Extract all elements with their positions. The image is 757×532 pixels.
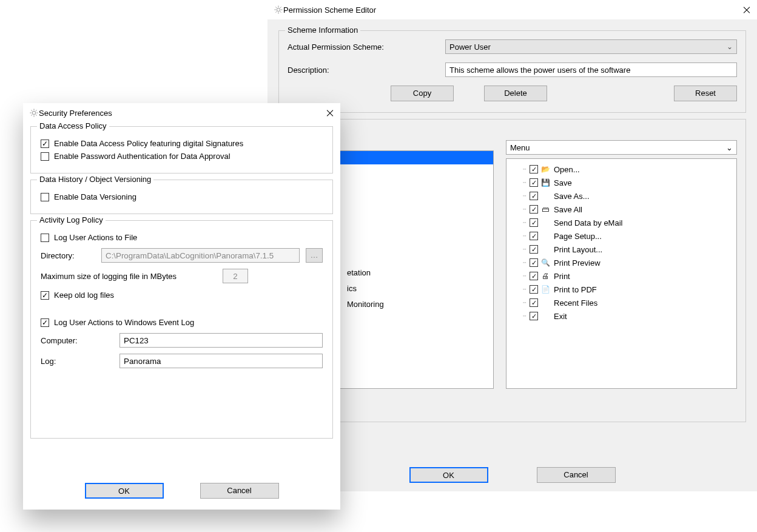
tree-connector-icon: ╌ bbox=[521, 180, 527, 186]
enable-password-label: Enable Password Authentication for Data … bbox=[54, 152, 230, 161]
tree-item[interactable]: ╌✓📂Open... bbox=[521, 163, 734, 176]
tree-item-label: Save bbox=[554, 178, 572, 187]
tree-item-checkbox[interactable]: ✓ bbox=[530, 272, 538, 280]
svg-line-7 bbox=[275, 12, 277, 13]
tree-connector-icon: ╌ bbox=[521, 233, 527, 239]
activity-log-legend: Activity Log Policy bbox=[37, 215, 106, 224]
permission-management-group: gement Menu ⌄ ╌✓📂Open...╌✓💾Save╌✓Save As… bbox=[278, 119, 746, 422]
ok-button[interactable]: OK bbox=[85, 483, 164, 499]
tree-item-label: Page Setup... bbox=[554, 232, 602, 241]
tree-item-checkbox[interactable]: ✓ bbox=[530, 232, 538, 240]
browse-button[interactable]: … bbox=[306, 248, 323, 263]
desc-input[interactable]: This scheme allows the power users of th… bbox=[445, 62, 737, 77]
cancel-button[interactable]: Cancel bbox=[537, 467, 616, 483]
scheme-titlebar: Permission Scheme Editor bbox=[267, 0, 757, 19]
menu-combo-value: Menu bbox=[510, 143, 530, 152]
tree-item-icon: 🔍 bbox=[540, 258, 550, 268]
scheme-info-group: Scheme Information Actual Permission Sch… bbox=[278, 30, 746, 113]
tree-connector-icon: ╌ bbox=[521, 206, 527, 212]
svg-line-17 bbox=[36, 110, 37, 111]
tree-connector-icon: ╌ bbox=[521, 220, 527, 226]
directory-label: Directory: bbox=[41, 251, 95, 260]
cancel-button[interactable]: Cancel bbox=[200, 483, 279, 499]
tree-item[interactable]: ╌✓Recent Files bbox=[521, 296, 734, 309]
tree-item[interactable]: ╌✓🔍Print Preview bbox=[521, 256, 734, 269]
tree-connector-icon: ╌ bbox=[521, 166, 527, 172]
log-eventlog-checkbox[interactable] bbox=[41, 318, 49, 327]
tree-item-checkbox[interactable]: ✓ bbox=[530, 165, 538, 173]
tree-connector-icon: ╌ bbox=[521, 273, 527, 279]
tree-item-label: Exit bbox=[554, 312, 567, 321]
close-icon[interactable] bbox=[742, 5, 751, 14]
close-icon[interactable] bbox=[326, 109, 334, 117]
versioning-group: Data History / Object Versioning Enable … bbox=[30, 180, 333, 214]
max-size-input[interactable] bbox=[223, 269, 248, 283]
tree-item[interactable]: ╌✓💾Save bbox=[521, 176, 734, 189]
tree-item[interactable]: ╌✓Page Setup... bbox=[521, 229, 734, 243]
tree-item-label: Save All bbox=[554, 205, 582, 214]
tree-connector-icon: ╌ bbox=[521, 286, 527, 292]
keep-old-logs-checkbox[interactable] bbox=[41, 291, 49, 300]
actual-scheme-value: Power User bbox=[449, 42, 491, 52]
tree-item[interactable]: ╌✓🖨Print bbox=[521, 269, 734, 283]
tree-item-icon bbox=[540, 191, 550, 201]
security-titlebar: Security Preferences bbox=[23, 103, 340, 123]
enable-dap-checkbox[interactable] bbox=[41, 140, 49, 148]
tree-item[interactable]: ╌✓🗃Save All bbox=[521, 203, 734, 216]
tree-item-checkbox[interactable]: ✓ bbox=[530, 205, 538, 214]
tree-item[interactable]: ╌✓Print Layout... bbox=[521, 243, 734, 256]
permission-tree[interactable]: ╌✓📂Open...╌✓💾Save╌✓Save As...╌✓🗃Save All… bbox=[506, 158, 737, 389]
tree-item[interactable]: ╌✓Send Data by eMail bbox=[521, 216, 734, 229]
svg-line-16 bbox=[31, 115, 32, 116]
activity-log-group: Activity Log Policy Log User Actions to … bbox=[30, 220, 333, 439]
tree-item-icon bbox=[540, 231, 550, 241]
tree-item-checkbox[interactable]: ✓ bbox=[530, 178, 538, 187]
tree-item-icon bbox=[540, 298, 550, 308]
svg-line-15 bbox=[36, 115, 37, 116]
copy-button[interactable]: Copy bbox=[391, 86, 454, 101]
tree-item-icon bbox=[540, 311, 550, 321]
tree-item-label: Print Layout... bbox=[554, 245, 602, 254]
tree-item-icon: 💾 bbox=[540, 178, 550, 187]
log-name-label: Log: bbox=[41, 357, 113, 366]
data-access-legend: Data Access Policy bbox=[37, 121, 109, 130]
tree-item-label: Recent Files bbox=[554, 298, 597, 308]
actual-scheme-combo[interactable]: Power User ⌄ bbox=[445, 39, 737, 54]
computer-input[interactable] bbox=[119, 333, 323, 348]
security-title: Security Preferences bbox=[39, 109, 112, 118]
log-name-input[interactable] bbox=[119, 354, 323, 368]
enable-versioning-checkbox[interactable] bbox=[41, 193, 49, 201]
tree-item-checkbox[interactable]: ✓ bbox=[530, 285, 538, 294]
reset-button[interactable]: Reset bbox=[674, 86, 737, 101]
directory-input[interactable] bbox=[101, 248, 300, 263]
tree-item-icon: 📂 bbox=[540, 164, 550, 174]
tree-item-icon bbox=[540, 244, 550, 254]
svg-point-0 bbox=[277, 8, 280, 11]
tree-item[interactable]: ╌✓Exit bbox=[521, 309, 734, 323]
chevron-down-icon: ⌄ bbox=[726, 143, 733, 152]
security-prefs-window: Security Preferences Data Access Policy … bbox=[23, 103, 340, 510]
tree-item-checkbox[interactable]: ✓ bbox=[530, 218, 538, 227]
tree-item-checkbox[interactable]: ✓ bbox=[530, 245, 538, 254]
tree-item-checkbox[interactable]: ✓ bbox=[530, 258, 538, 267]
tree-item-label: Print to PDF bbox=[554, 285, 597, 294]
tree-connector-icon: ╌ bbox=[521, 246, 527, 252]
tree-item-checkbox[interactable]: ✓ bbox=[530, 298, 538, 307]
gear-icon bbox=[274, 5, 283, 15]
tree-item-checkbox[interactable]: ✓ bbox=[530, 192, 538, 200]
ok-button[interactable]: OK bbox=[409, 467, 488, 483]
tree-item-icon: 🗃 bbox=[540, 204, 550, 214]
computer-label: Computer: bbox=[41, 336, 113, 345]
menu-combo[interactable]: Menu ⌄ bbox=[506, 140, 737, 155]
tree-item-icon: 🖨 bbox=[540, 271, 550, 281]
tree-item[interactable]: ╌✓Save As... bbox=[521, 189, 734, 203]
enable-password-checkbox[interactable] bbox=[41, 152, 49, 161]
tree-item[interactable]: ╌✓📄Print to PDF bbox=[521, 283, 734, 296]
max-size-label: Maximum size of logging file in MBytes bbox=[41, 272, 217, 281]
tree-connector-icon: ╌ bbox=[521, 193, 527, 199]
delete-button[interactable]: Delete bbox=[484, 86, 547, 101]
hidden-text-fragment: etation ics Monitoring bbox=[347, 265, 384, 312]
tree-item-checkbox[interactable]: ✓ bbox=[530, 312, 538, 320]
tree-item-icon: 📄 bbox=[540, 285, 550, 294]
log-to-file-checkbox[interactable] bbox=[41, 234, 49, 242]
